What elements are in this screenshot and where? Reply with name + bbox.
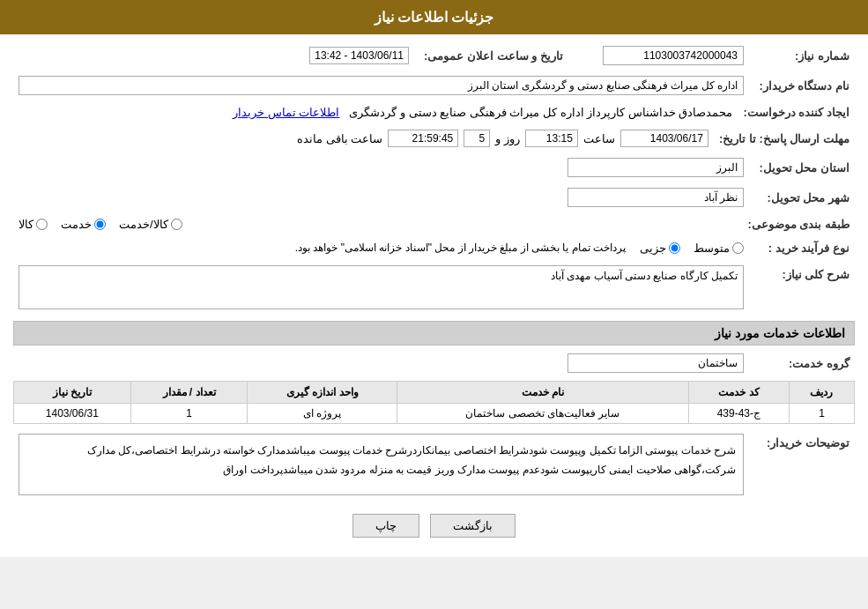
col-vahed: واحد اندازه گیری <box>248 382 397 404</box>
row-sharh-koli: شرح کلی نیاز: تکمیل کارگاه صنایع دستی آس… <box>13 263 855 312</box>
back-button[interactable]: بازگشت <box>430 514 516 538</box>
khadamat-section-title: اطلاعات خدمات مورد نیاز <box>13 321 855 345</box>
cell-tedad: 1 <box>130 404 248 424</box>
shomara-niaz-value: 1103003742000043 <box>573 43 749 68</box>
col-kod: کد خدمت <box>688 382 789 404</box>
ijad-konande-label: ایجاد کننده درخواست: <box>738 103 855 122</box>
roz-label: روز و <box>495 132 520 145</box>
gorohe-khadamat-value: ساختمان <box>13 351 749 375</box>
sharh-koli-label: شرح کلی نیاز: <box>749 263 855 312</box>
navae-text: پرداخت تمام یا بخشی از مبلغ خریدار از مح… <box>295 241 626 254</box>
ettelaat-tamas-link[interactable]: اطلاعات تماس خریدار <box>233 106 339 119</box>
button-bar: بازگشت چاپ <box>13 503 855 548</box>
row-toseiat: توضیحات خریدار: شرح خدمات پیوستی الزاما … <box>13 431 855 498</box>
shomara-niaz-label: شماره نیاز: <box>749 43 855 68</box>
row-gorohe-khadamat: گروه خدمت: ساختمان <box>13 351 855 375</box>
navae-farayand-value: جزیی متوسط پرداخت تمام یا بخشی از مبلغ خ… <box>13 239 749 257</box>
row-nam-dastgah: نام دستگاه خریدار: اداره کل میراث فرهنگی… <box>13 73 855 98</box>
sharh-koli-value: تکمیل کارگاه صنایع دستی آسیاب مهدی آباد <box>13 263 749 312</box>
row-ostan: استان محل تحویل: البرز <box>13 155 855 180</box>
print-button[interactable]: چاپ <box>352 514 419 538</box>
radio-kala[interactable]: کالا <box>19 218 48 231</box>
col-radif: ردیف <box>789 382 854 404</box>
shahr-label: شهر محل تحویل: <box>749 185 855 210</box>
page-title: جزئیات اطلاعات نیاز <box>375 10 494 25</box>
tarikh-field: 1403/06/17 <box>620 130 708 147</box>
navae-farayand-label: نوع فرآیند خرید : <box>749 239 855 257</box>
col-nam: نام خدمت <box>397 382 689 404</box>
cell-tarikh: 1403/06/31 <box>14 404 131 424</box>
mohlat-value: 1403/06/17 ساعت 13:15 روز و 5 21:59:45 س… <box>13 127 714 150</box>
ostan-label: استان محل تحویل: <box>749 155 855 180</box>
services-table: ردیف کد خدمت نام خدمت واحد اندازه گیری ت… <box>13 381 855 424</box>
nam-dastgah-label: نام دستگاه خریدار: <box>749 73 855 98</box>
tabaqe-label: طبقه بندی موضوعی: <box>742 215 855 234</box>
col-tedad: تعداد / مقدار <box>130 382 248 404</box>
saat-label: ساعت <box>583 132 615 145</box>
page-header: جزئیات اطلاعات نیاز <box>0 0 868 34</box>
tarikh-elan-label: تاریخ و ساعت اعلان عمومی: <box>414 43 573 68</box>
radio-motavaset[interactable]: متوسط <box>694 241 744 255</box>
radio-jozyi[interactable]: جزیی <box>640 241 680 255</box>
toseiat-label: توضیحات خریدار: <box>749 431 855 498</box>
radio-khadamat[interactable]: خدمت <box>61 218 106 231</box>
row-shomara: شماره نیاز: 1103003742000043 تاریخ و ساع… <box>13 43 855 68</box>
saat-manande-label: ساعت باقی مانده <box>297 132 382 145</box>
gorohe-khadamat-label: گروه خدمت: <box>749 351 855 375</box>
ijad-konande-value: محمدصادق خداشناس کارپرداز اداره کل میراث… <box>13 103 738 122</box>
row-tabaqe: طبقه بندی موضوعی: کالا خدمت کالا/خدمت <box>13 215 855 234</box>
services-table-container: ردیف کد خدمت نام خدمت واحد اندازه گیری ت… <box>13 381 855 424</box>
nam-dastgah-value: اداره کل میراث فرهنگی صنایع دستی و گردشگ… <box>13 73 749 98</box>
row-ijad-konande: ایجاد کننده درخواست: محمدصادق خداشناس کا… <box>13 103 855 122</box>
row-shahr: شهر محل تحویل: نظر آباد <box>13 185 855 210</box>
cell-kod: ج-43-439 <box>688 404 789 424</box>
cell-radif: 1 <box>789 404 854 424</box>
roz-field: 5 <box>464 130 490 147</box>
saat-field: 13:15 <box>525 130 578 147</box>
page-wrapper: جزئیات اطلاعات نیاز شماره نیاز: 11030037… <box>0 0 868 557</box>
row-mohlat: مهلت ارسال پاسخ: تا تاریخ: 1403/06/17 سا… <box>13 127 855 150</box>
table-row: 1 ج-43-439 سایر فعالیت‌های تخصصی ساختمان… <box>14 404 855 424</box>
ostan-value: البرز <box>13 155 749 180</box>
saat-manande-field: 21:59:45 <box>388 130 458 147</box>
col-tarikh: تاریخ نیاز <box>14 382 131 404</box>
tabaqe-value: کالا خدمت کالا/خدمت <box>13 215 742 234</box>
mohlat-label: مهلت ارسال پاسخ: تا تاریخ: <box>714 127 855 150</box>
cell-nam: سایر فعالیت‌های تخصصی ساختمان <box>397 404 689 424</box>
row-navae-farayand: نوع فرآیند خرید : جزیی متوسط <box>13 239 855 257</box>
tarikh-elan-value: 1403/06/11 - 13:42 <box>13 43 414 68</box>
main-content: شماره نیاز: 1103003742000043 تاریخ و ساع… <box>0 34 868 557</box>
cell-vahed: پروژه ای <box>248 404 397 424</box>
radio-kala-khadamat[interactable]: کالا/خدمت <box>119 218 182 231</box>
shahr-value: نظر آباد <box>13 185 749 210</box>
toseiat-value: شرح خدمات پیوستی الزاما تکمیل وپیوست شود… <box>13 431 749 498</box>
